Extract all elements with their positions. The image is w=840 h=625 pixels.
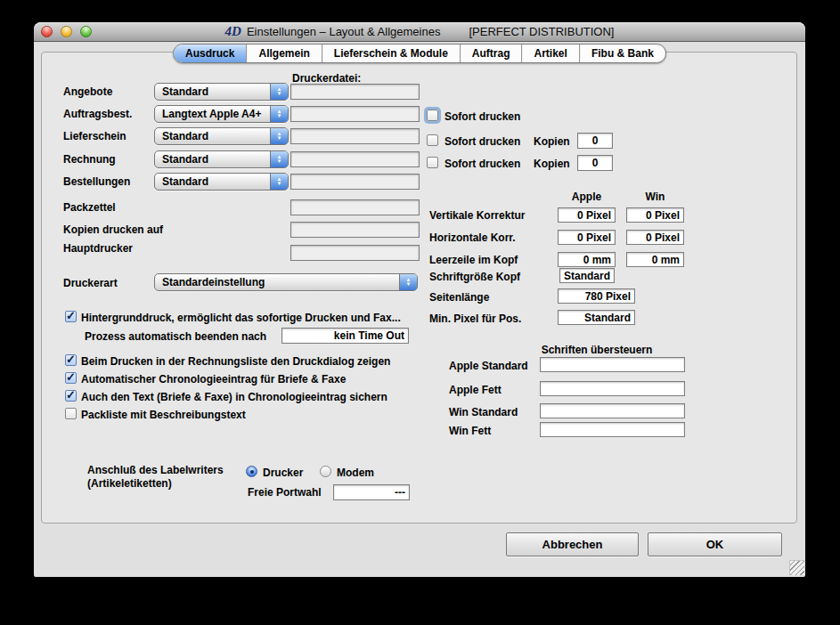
column-header-apple: Apple <box>558 191 616 203</box>
tab-ausdruck[interactable]: Ausdruck <box>174 45 247 62</box>
column-header-win: Win <box>626 191 684 203</box>
checkmark-icon: ✓ <box>66 370 76 384</box>
tab-fibu-bank[interactable]: Fibu & Bank <box>580 45 665 62</box>
minimize-button[interactable] <box>61 26 72 37</box>
schriften-uebersteuern-header: Schriften übersteuern <box>508 344 686 356</box>
timeout-field[interactable]: kein Time Out <box>281 328 409 344</box>
row-label-packzettel: Packzettel <box>63 201 116 214</box>
schriftgroesse-kopf-field[interactable]: Standard <box>559 268 615 283</box>
popup-value: Standard <box>155 128 270 144</box>
checkbox-chronologieeintrag[interactable]: ✓ <box>65 372 77 384</box>
radio-drucker[interactable] <box>246 466 257 477</box>
popup-value: Langtext Apple A4+ <box>155 106 270 122</box>
horizontale-korr-win-field[interactable]: 0 Pixel <box>626 230 684 245</box>
labelwriter-label-line2: (Artikeletiketten) <box>87 477 172 490</box>
horizontale-korr-apple-field[interactable]: 0 Pixel <box>558 230 616 245</box>
popup-stepper-icon: ▲▼ <box>270 151 288 167</box>
row-label-apple-fett: Apple Fett <box>449 384 502 396</box>
radio-drucker-label: Drucker <box>263 467 303 479</box>
vertikale-korrektur-apple-field[interactable]: 0 Pixel <box>558 207 616 223</box>
popup-value: Standardeinstellung <box>155 274 399 290</box>
close-button[interactable] <box>41 26 53 37</box>
popup-stepper-icon: ▲▼ <box>270 106 288 122</box>
popup-bestellungen[interactable]: Standard ▲▼ <box>154 173 289 191</box>
4d-logo-icon: 4D <box>225 25 241 38</box>
row-label-vertikale-korrektur: Vertikale Korrektur <box>429 209 554 222</box>
min-pixel-field[interactable]: Standard <box>558 310 635 325</box>
cancel-button[interactable]: Abbrechen <box>506 532 639 556</box>
row-label-kopien-drucken-auf: Kopien drucken auf <box>63 223 163 236</box>
zoom-button[interactable] <box>80 26 92 37</box>
freie-portwahl-field[interactable]: --- <box>333 484 410 500</box>
kopien-label-2: Kopien <box>534 135 570 148</box>
leerzeile-win-field[interactable]: 0 mm <box>626 252 684 267</box>
checkbox-sofort-drucken-3[interactable] <box>427 157 438 168</box>
packzettel-field[interactable] <box>290 199 420 215</box>
checkmark-icon: ✓ <box>66 309 76 322</box>
popup-lieferschein[interactable]: Standard ▲▼ <box>154 127 289 145</box>
checkbox-sofort-drucken-2-label: Sofort drucken <box>444 135 520 148</box>
popup-stepper-icon: ▲▼ <box>270 128 288 144</box>
druckerart-label: Druckerart <box>63 277 118 289</box>
row-label-bestellungen: Bestellungen <box>63 175 130 188</box>
popup-stepper-icon: ▲▼ <box>270 174 288 190</box>
kopien-field-2[interactable]: 0 <box>577 133 613 149</box>
kopien-field-3[interactable]: 0 <box>577 155 613 171</box>
popup-rechnung[interactable]: Standard ▲▼ <box>154 150 289 168</box>
row-label-win-fett: Win Fett <box>449 425 491 437</box>
checkbox-hintergrunddruck[interactable]: ✓ <box>65 311 77 322</box>
row-label-apple-standard: Apple Standard <box>449 360 528 372</box>
row-label-rechnung: Rechnung <box>63 153 116 166</box>
druckerdatei-field-bestellungen[interactable] <box>290 174 420 190</box>
settings-window: 4D Einstellungen – Layout & Allgemeines … <box>34 22 805 577</box>
tab-lieferschein-module[interactable]: Lieferschein & Module <box>322 45 461 62</box>
druckerdatei-field-angebote[interactable] <box>290 84 420 100</box>
prozess-label: Prozess automatisch beenden nach <box>85 330 266 343</box>
win-standard-field[interactable] <box>540 403 685 418</box>
popup-auftragsbest[interactable]: Langtext Apple A4+ ▲▼ <box>154 105 289 123</box>
tab-bar: Ausdruck Allgemein Lieferschein & Module… <box>173 44 666 63</box>
checkbox-druckdialog[interactable]: ✓ <box>65 354 77 366</box>
kopien-label-3: Kopien <box>534 158 570 170</box>
tab-artikel[interactable]: Artikel <box>523 45 580 62</box>
checkbox-packliste[interactable] <box>65 408 77 419</box>
row-label-win-standard: Win Standard <box>449 406 518 418</box>
seitenlaenge-field[interactable]: 780 Pixel <box>558 288 635 304</box>
leerzeile-apple-field[interactable]: 0 mm <box>558 252 616 267</box>
row-label-min-pixel: Min. Pixel für Pos. <box>429 312 521 325</box>
screen: 4D Einstellungen – Layout & Allgemeines … <box>0 0 840 625</box>
radio-modem[interactable] <box>320 466 331 477</box>
checkbox-sofort-drucken-1[interactable] <box>427 110 438 121</box>
checkbox-sofort-drucken-2[interactable] <box>427 134 438 146</box>
ok-button[interactable]: OK <box>648 532 782 556</box>
kopien-drucken-auf-field[interactable] <box>290 222 420 238</box>
title-bar[interactable]: 4D Einstellungen – Layout & Allgemeines … <box>34 22 805 42</box>
win-fett-field[interactable] <box>540 422 685 437</box>
popup-druckerart[interactable]: Standardeinstellung ▲▼ <box>154 273 418 291</box>
druckerdatei-field-auftragsbest[interactable] <box>290 106 420 122</box>
checkbox-packliste-label: Packliste mit Beschreibungstext <box>81 409 246 421</box>
apple-standard-field[interactable] <box>540 357 685 372</box>
popup-angebote[interactable]: Standard ▲▼ <box>154 83 289 101</box>
content-panel: Druckerdatei: Angebote Standard ▲▼ Auftr… <box>41 52 797 524</box>
resize-grip-icon[interactable] <box>789 560 804 575</box>
freie-portwahl-label: Freie Portwahl <box>248 486 322 499</box>
row-label-horizontale-korr: Horizontale Korr. <box>429 231 516 244</box>
druckerdatei-field-lieferschein[interactable] <box>290 128 420 144</box>
popup-stepper-icon: ▲▼ <box>399 274 417 290</box>
tab-auftrag[interactable]: Auftrag <box>461 45 523 62</box>
hauptdrucker-field[interactable] <box>290 245 420 261</box>
window-title: Einstellungen – Layout & Allgemeines <box>247 25 441 38</box>
popup-value: Standard <box>155 84 270 100</box>
checkbox-chronologie-text[interactable]: ✓ <box>65 390 77 402</box>
vertikale-korrektur-win-field[interactable]: 0 Pixel <box>626 207 684 223</box>
title-group: 4D Einstellungen – Layout & Allgemeines … <box>225 25 615 38</box>
checkbox-chronologieeintrag-label: Automatischer Chronologieeintrag für Bri… <box>81 373 346 386</box>
document-title: [PERFECT DISTRIBUTION] <box>469 25 614 38</box>
tab-allgemein[interactable]: Allgemein <box>247 45 322 62</box>
druckerdatei-field-rechnung[interactable] <box>290 151 420 167</box>
row-label-angebote: Angebote <box>63 85 112 98</box>
apple-fett-field[interactable] <box>540 381 685 396</box>
labelwriter-label-line1: Anschluß des Labelwriters <box>87 464 224 476</box>
druckerdatei-header: Druckerdatei: <box>292 72 361 85</box>
